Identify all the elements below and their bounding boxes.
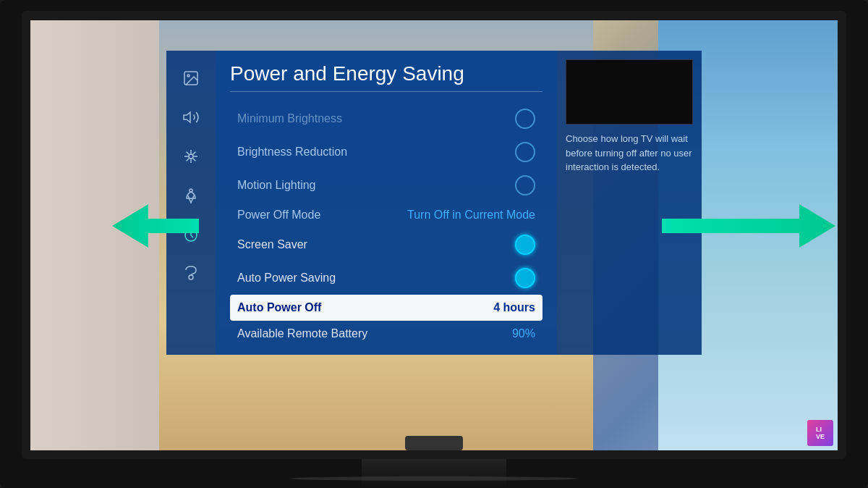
info-description: Choose how long TV will wait before turn… bbox=[566, 132, 693, 174]
auto-power-saving-label: Auto Power Saving bbox=[237, 272, 336, 285]
available-remote-battery-label: Available Remote Battery bbox=[237, 327, 367, 340]
sidebar-icon-sound[interactable] bbox=[178, 104, 204, 130]
tv-stand bbox=[362, 459, 506, 488]
sidebar bbox=[166, 51, 216, 355]
motion-lighting-toggle[interactable] bbox=[515, 175, 535, 195]
auto-power-saving-toggle[interactable] bbox=[515, 268, 535, 288]
main-content: Power and Energy Saving Minimum Brightne… bbox=[216, 51, 557, 355]
sidebar-icon-support[interactable] bbox=[178, 261, 204, 287]
svg-marker-18 bbox=[112, 204, 199, 248]
available-remote-battery-value: 90% bbox=[512, 327, 535, 340]
svg-point-3 bbox=[189, 154, 193, 159]
menu-item-minimum-brightness[interactable]: Minimum Brightness bbox=[230, 102, 542, 135]
svg-marker-2 bbox=[184, 112, 190, 122]
svg-point-12 bbox=[190, 189, 192, 192]
motion-lighting-label: Motion Lighting bbox=[237, 179, 316, 192]
svg-point-1 bbox=[187, 75, 190, 77]
minimum-brightness-label: Minimum Brightness bbox=[237, 112, 342, 125]
sidebar-icon-network[interactable] bbox=[178, 143, 204, 169]
svg-line-8 bbox=[187, 152, 190, 155]
menu-item-brightness-reduction[interactable]: Brightness Reduction bbox=[230, 135, 542, 169]
live-badge: LIVE bbox=[807, 420, 833, 446]
svg-marker-19 bbox=[662, 204, 835, 248]
svg-line-11 bbox=[187, 159, 190, 161]
arrow-right bbox=[662, 204, 835, 248]
power-off-mode-value: Turn Off in Current Mode bbox=[407, 209, 535, 222]
tv-stand-shadow bbox=[289, 476, 579, 481]
menu-item-auto-power-saving[interactable]: Auto Power Saving bbox=[230, 261, 542, 295]
svg-line-10 bbox=[193, 152, 196, 155]
auto-power-off-value: 4 hours bbox=[493, 301, 535, 314]
preview-thumbnail bbox=[566, 59, 693, 125]
menu-item-auto-power-off[interactable]: Auto Power Off 4 hours bbox=[230, 295, 542, 321]
svg-point-16 bbox=[189, 275, 193, 279]
brightness-reduction-label: Brightness Reduction bbox=[237, 146, 347, 159]
menu-overlay: Power and Energy Saving Minimum Brightne… bbox=[166, 51, 702, 355]
auto-power-off-label: Auto Power Off bbox=[237, 301, 321, 314]
arrow-left bbox=[112, 204, 199, 248]
sidebar-icon-picture[interactable] bbox=[178, 65, 204, 91]
menu-item-power-off-mode[interactable]: Power Off Mode Turn Off in Current Mode bbox=[230, 202, 542, 228]
menu-item-motion-lighting[interactable]: Motion Lighting bbox=[230, 169, 542, 202]
tv-outer: Power and Energy Saving Minimum Brightne… bbox=[0, 0, 868, 488]
remote-control bbox=[405, 436, 463, 450]
screen-saver-label: Screen Saver bbox=[237, 238, 307, 251]
menu-item-screen-saver[interactable]: Screen Saver bbox=[230, 228, 542, 261]
power-off-mode-label: Power Off Mode bbox=[237, 209, 320, 222]
screen-saver-toggle[interactable] bbox=[515, 235, 535, 255]
panel-title: Power and Energy Saving bbox=[230, 62, 542, 92]
info-panel: Choose how long TV will wait before turn… bbox=[557, 51, 702, 355]
menu-item-available-remote-battery[interactable]: Available Remote Battery 90% bbox=[230, 321, 542, 347]
brightness-reduction-toggle[interactable] bbox=[515, 142, 535, 162]
svg-line-9 bbox=[193, 159, 196, 161]
minimum-brightness-toggle[interactable] bbox=[515, 109, 535, 129]
